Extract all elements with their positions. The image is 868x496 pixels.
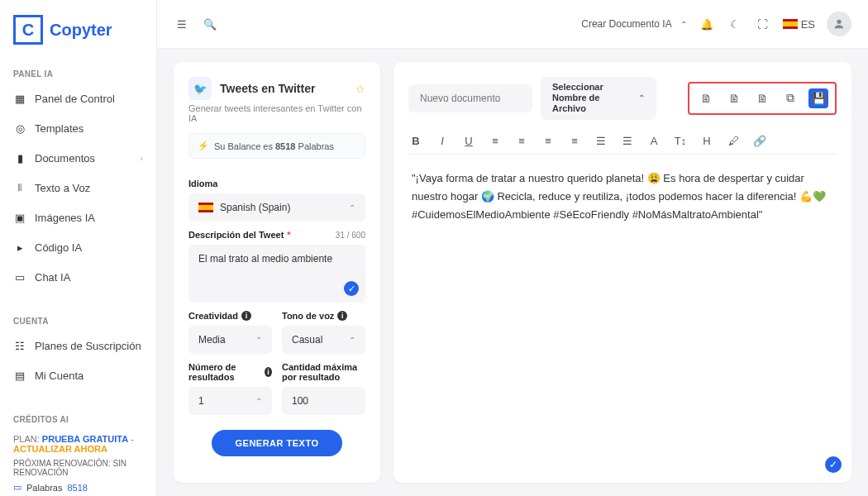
balance-num: 8518	[275, 141, 295, 151]
bolt-icon: ⚡	[198, 141, 209, 151]
underline-icon[interactable]: U	[461, 135, 476, 147]
create-doc-dropdown[interactable]: Crear Documento IA ⌃	[581, 18, 686, 30]
nav-codigo[interactable]: ▸ Código IA	[0, 232, 156, 262]
main: ☰ 🔍 Crear Documento IA ⌃ 🔔 ☾ ⛶ ES 🐦	[157, 0, 868, 496]
font-size-icon[interactable]: T↕	[673, 135, 688, 147]
nav-templates[interactable]: ◎ Templates	[0, 113, 156, 143]
highlight-icon[interactable]: 🖊	[726, 135, 741, 147]
chevron-up-icon: ⌃	[680, 20, 687, 29]
nav-panel-control[interactable]: ▦ Panel de Control	[0, 83, 156, 113]
font-icon[interactable]: A	[646, 135, 661, 147]
document-name-input[interactable]: Nuevo documento	[408, 84, 532, 112]
create-doc-label: Crear Documento IA	[581, 18, 671, 30]
textarea-value: El mal trato al medio ambiente	[198, 253, 332, 265]
nav-texto-voz[interactable]: ⫴ Texto a Voz	[0, 173, 156, 203]
chevron-up-icon: ⌃	[638, 93, 645, 103]
desc-field-label: Descripción del Tweet * 31 / 600	[188, 230, 365, 240]
tone-select[interactable]: Casual ⌃	[282, 326, 365, 354]
search-icon[interactable]: 🔍	[202, 16, 218, 32]
user-avatar[interactable]	[827, 12, 851, 36]
nav-label: Documentos	[35, 152, 95, 165]
language-select[interactable]: ES	[783, 16, 815, 32]
maxlen-label: Cantidad máxima por resultado	[282, 362, 365, 382]
align-right-icon[interactable]: ≡	[541, 135, 556, 147]
required-marker: *	[287, 230, 290, 240]
nav-cuenta[interactable]: ▤ Mi Cuenta	[0, 360, 156, 390]
nav-documentos[interactable]: ▮ Documentos ›	[0, 143, 156, 173]
plan-sep: -	[128, 434, 134, 444]
menu-toggle-icon[interactable]: ☰	[174, 16, 190, 32]
link-icon[interactable]: 🔗	[752, 135, 767, 147]
nav-label: Panel de Control	[35, 93, 115, 105]
nav-label: Mi Cuenta	[35, 370, 83, 382]
flag-es-icon	[198, 203, 213, 212]
list-bullet-icon[interactable]: ☰	[620, 135, 635, 147]
editor-status-check-icon: ✓	[825, 456, 842, 473]
export-txt-icon[interactable]: 🗎	[752, 88, 772, 108]
renewal-text: PRÓXIMA RENOVACIÓN: SIN RENOVACIÓN	[13, 459, 143, 477]
copy-icon[interactable]: ⧉	[780, 88, 800, 108]
select-value: Spanish (Spain)	[220, 202, 290, 213]
chat-icon: ▭	[13, 270, 26, 284]
label-text: Tono de voz	[282, 311, 334, 321]
nav-chat[interactable]: ▭ Chat IA	[0, 262, 156, 292]
template-subtitle: Generar tweets interesantes en Twitter c…	[188, 103, 365, 123]
creativity-select[interactable]: Media ⌃	[188, 326, 272, 354]
nav-imagenes[interactable]: ▣ Imágenes IA	[0, 203, 156, 232]
balance-post: Palabras	[295, 141, 333, 151]
heading-icon[interactable]: H	[699, 135, 714, 147]
info-icon[interactable]: i	[337, 311, 347, 321]
avatar-icon	[832, 17, 846, 31]
editor-toolbar: B I U ≡ ≡ ≡ ≡ ☰ ☰ A T↕ H 🖊 🔗	[408, 128, 837, 155]
code-icon: ▸	[13, 241, 26, 254]
desc-label-text: Descripción del Tweet	[188, 230, 284, 240]
templates-icon: ◎	[13, 122, 26, 135]
align-left-icon[interactable]: ≡	[488, 135, 503, 147]
description-textarea[interactable]: El mal trato al medio ambiente ✓	[188, 245, 365, 303]
save-button[interactable]: 💾	[808, 88, 828, 108]
export-pdf-icon[interactable]: 🗎	[724, 88, 744, 108]
logo-mark: C	[13, 15, 43, 45]
align-center-icon[interactable]: ≡	[514, 135, 529, 147]
bold-icon[interactable]: B	[408, 135, 423, 147]
stat-label: Palabras	[26, 483, 62, 493]
editor-panel: Nuevo documento Seleccionar Nombre de Ar…	[393, 62, 851, 483]
input-value: 100	[292, 395, 308, 407]
logo[interactable]: C Copyter	[0, 8, 156, 58]
topbar: ☰ 🔍 Crear Documento IA ⌃ 🔔 ☾ ⛶ ES	[157, 0, 868, 49]
export-word-icon[interactable]: 🗎	[696, 88, 716, 108]
template-title: Tweets en Twitter	[220, 82, 347, 95]
audio-icon: ⫴	[13, 181, 26, 194]
nav-planes[interactable]: ☷ Planes de Suscripción	[0, 331, 156, 360]
tone-label: Tono de voz i	[282, 311, 365, 321]
nav-label: Chat IA	[35, 271, 70, 284]
language-select-field[interactable]: Spanish (Spain) ⌃	[188, 193, 365, 222]
lang-code: ES	[801, 18, 815, 31]
nav-label: Templates	[35, 122, 83, 135]
section-panel-ia: PANEL IA	[0, 58, 156, 83]
info-icon[interactable]: i	[241, 311, 251, 321]
filename-select[interactable]: Seleccionar Nombre de Archivo ⌃	[541, 77, 656, 120]
list-ordered-icon[interactable]: ☰	[594, 135, 608, 147]
nav-label: Planes de Suscripción	[35, 340, 141, 352]
italic-icon[interactable]: I	[435, 135, 450, 147]
results-select[interactable]: 1 ⌃	[188, 387, 272, 415]
generate-button[interactable]: GENERAR TEXTO	[212, 430, 341, 456]
template-form-panel: 🐦 Tweets en Twitter ☆ Generar tweets int…	[174, 62, 380, 483]
flag-es-icon	[783, 19, 798, 29]
select-value: 1	[198, 395, 204, 407]
lang-field-label: Idioma	[188, 179, 365, 188]
favorite-star-icon[interactable]: ☆	[355, 83, 365, 95]
align-justify-icon[interactable]: ≡	[567, 135, 582, 147]
theme-toggle-icon[interactable]: ☾	[727, 16, 743, 32]
label-text: Creatividad	[188, 311, 238, 321]
section-creditos: CRÉDITOS AI	[0, 403, 156, 429]
notifications-icon[interactable]: 🔔	[699, 16, 715, 32]
upgrade-link[interactable]: ACTUALIZAR AHORA	[13, 444, 107, 454]
section-cuenta: CUENTA	[0, 305, 156, 331]
editor-content[interactable]: "¡Vaya forma de tratar a nuestro querido…	[408, 166, 837, 227]
label-text: Cantidad máxima por resultado	[282, 362, 365, 382]
info-icon[interactable]: i	[265, 367, 272, 377]
maxlen-input[interactable]: 100	[282, 387, 365, 415]
fullscreen-icon[interactable]: ⛶	[755, 16, 771, 32]
